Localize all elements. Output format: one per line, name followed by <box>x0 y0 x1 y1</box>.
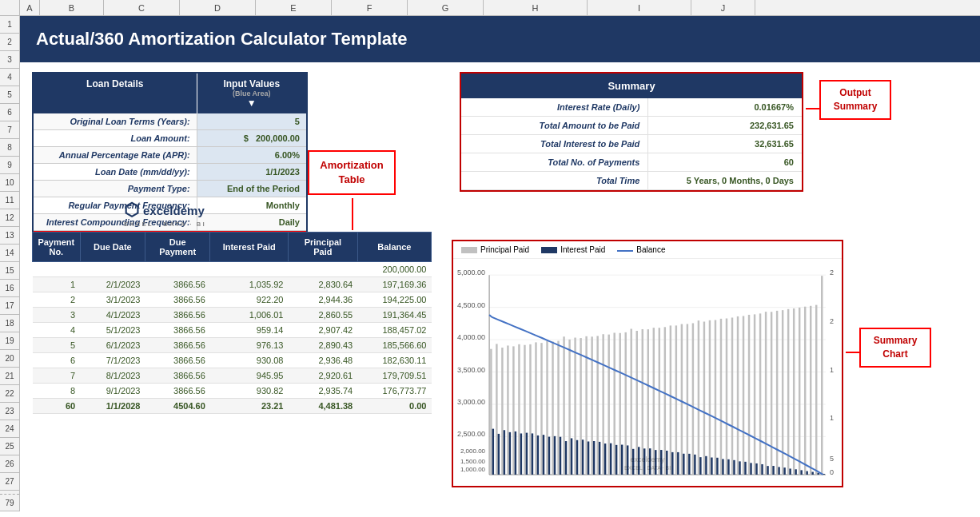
svg-rect-42 <box>543 435 544 475</box>
svg-rect-55 <box>580 338 581 475</box>
row-headers: 1 2 3 4 5 6 7 8 9 10 11 12 13 14 15 16 1… <box>0 16 20 511</box>
row-12: 12 <box>0 209 19 227</box>
svg-rect-27 <box>501 348 503 475</box>
daily-rate-label: Interest Rate (Daily) <box>461 98 648 116</box>
title-bar: Actual/360 Amortization Calculator Templ… <box>20 16 980 62</box>
svg-rect-103 <box>715 320 716 475</box>
svg-rect-37 <box>529 344 531 475</box>
row-22: 22 <box>0 385 19 403</box>
row-21: 21 <box>0 368 19 385</box>
terms-value: 5 <box>197 113 306 129</box>
amort-arrow-line <box>352 198 353 230</box>
loan-date-value: 1/1/2023 <box>197 164 306 180</box>
summary-header: Summary <box>461 74 802 98</box>
r5-interest: 976.13 <box>210 338 289 353</box>
loan-date-label: Loan Date (mm/dd/yy): <box>34 164 197 180</box>
svg-rect-92 <box>683 454 684 475</box>
total-time-value: 5 Years, 0 Months, 0 Days <box>648 172 802 189</box>
r8-date: 9/1/2023 <box>80 384 145 399</box>
svg-text:0.00: 0.00 <box>830 468 834 476</box>
r3-date: 4/1/2023 <box>80 308 145 323</box>
amort-col-payment: DuePayment <box>145 233 210 262</box>
svg-rect-83 <box>659 328 660 475</box>
r6-principal: 2,936.48 <box>288 353 357 368</box>
svg-rect-126 <box>778 467 779 475</box>
r1-principal: 2,830.64 <box>288 277 357 292</box>
svg-rect-128 <box>783 467 785 475</box>
amort-row-4: 4 5/1/2023 3866.56 959.14 2,907.42 188,4… <box>33 323 432 338</box>
r3-principal: 2,860.55 <box>288 308 357 323</box>
logo-text: exceldemy <box>143 204 205 217</box>
apr-label: Annual Percentage Rate (APR): <box>34 147 197 163</box>
summary-row-daily-rate: Interest Rate (Daily) 0.01667% <box>461 98 802 117</box>
r0-date <box>80 262 145 277</box>
col-F: F <box>332 0 408 15</box>
amort-row-1: 1 2/1/2023 3866.56 1,035.92 2,830.64 197… <box>33 277 432 292</box>
col-A: A <box>20 0 40 15</box>
r5-no: 5 <box>33 338 81 353</box>
svg-rect-54 <box>576 440 578 475</box>
svg-rect-59 <box>591 336 592 475</box>
r6-payment: 3866.56 <box>145 353 210 368</box>
compounding-value: Daily <box>197 214 306 230</box>
svg-text:1,500.00: 1,500.00 <box>460 458 486 465</box>
loan-row-date: Loan Date (mm/dd/yy): 1/1/2023 <box>34 164 306 181</box>
svg-rect-131 <box>793 308 795 475</box>
legend-principal: Principal Paid <box>461 245 529 254</box>
amortization-table-label: AmortizationTable <box>308 150 396 195</box>
legend-balance: Balance <box>617 245 665 254</box>
amort-col-date: Due Date <box>80 233 145 262</box>
svg-rect-129 <box>787 309 789 475</box>
svg-rect-114 <box>744 462 746 475</box>
svg-rect-49 <box>563 336 564 475</box>
chart-inner: 5,000.00 4,500.00 4,000.00 3,500.00 3,00… <box>453 259 842 481</box>
amort-row-5: 5 6/1/2023 3866.56 976.13 2,890.43 185,5… <box>33 338 432 353</box>
row-7: 7 <box>0 121 19 139</box>
balance-legend-label: Balance <box>636 245 665 254</box>
svg-rect-61 <box>596 336 598 475</box>
svg-rect-110 <box>733 460 735 475</box>
loan-table-header: Loan Details Input Values (Blue Area) ▼ <box>34 74 306 113</box>
row-3: 3 <box>0 51 19 69</box>
total-interest-label: Total Interest to be Paid <box>461 135 648 153</box>
svg-rect-88 <box>671 452 673 475</box>
svg-rect-87 <box>670 325 671 475</box>
loan-details-col-header: Loan Details <box>34 74 197 113</box>
svg-rect-58 <box>588 441 589 474</box>
loan-row-amount: Loan Amount: $ 200,000.00 <box>34 130 306 147</box>
r1-payment: 3866.56 <box>145 277 210 292</box>
row-10: 10 <box>0 174 19 192</box>
row-79: 79 <box>0 494 19 511</box>
svg-rect-111 <box>737 316 739 475</box>
col-J: J <box>691 0 755 15</box>
r2-payment: 3866.56 <box>145 292 210 308</box>
svg-rect-51 <box>568 340 570 475</box>
total-interest-value: 32,631.65 <box>648 135 802 153</box>
row-26: 26 <box>0 455 19 473</box>
svg-rect-70 <box>621 445 623 475</box>
svg-rect-60 <box>593 441 595 475</box>
r7-payment: 3866.56 <box>145 368 210 384</box>
r4-interest: 959.14 <box>210 323 289 338</box>
svg-rect-141 <box>821 276 823 475</box>
svg-rect-127 <box>782 310 783 475</box>
svg-text:150,000.00: 150,000.00 <box>830 365 834 373</box>
svg-rect-39 <box>535 342 536 475</box>
balance-legend-box <box>617 250 633 252</box>
r6-balance: 182,630.11 <box>357 353 431 368</box>
svg-rect-47 <box>557 341 559 475</box>
amount-value: $ 200,000.00 <box>197 130 306 146</box>
svg-rect-90 <box>677 452 679 475</box>
r0-payment <box>145 262 210 277</box>
frequency-value: Monthly <box>197 197 306 213</box>
svg-rect-41 <box>540 343 542 475</box>
svg-rect-138 <box>811 472 813 475</box>
summary-box: Summary Interest Rate (Daily) 0.01667% T… <box>460 72 803 192</box>
svg-rect-34 <box>520 433 522 475</box>
main-content: Actual/360 Amortization Calculator Templ… <box>20 16 980 517</box>
svg-rect-130 <box>789 468 791 474</box>
total-amount-label: Total Amount to be Paid <box>461 117 648 134</box>
svg-rect-38 <box>532 433 533 475</box>
row-16: 16 <box>0 280 19 297</box>
svg-rect-33 <box>518 344 520 475</box>
